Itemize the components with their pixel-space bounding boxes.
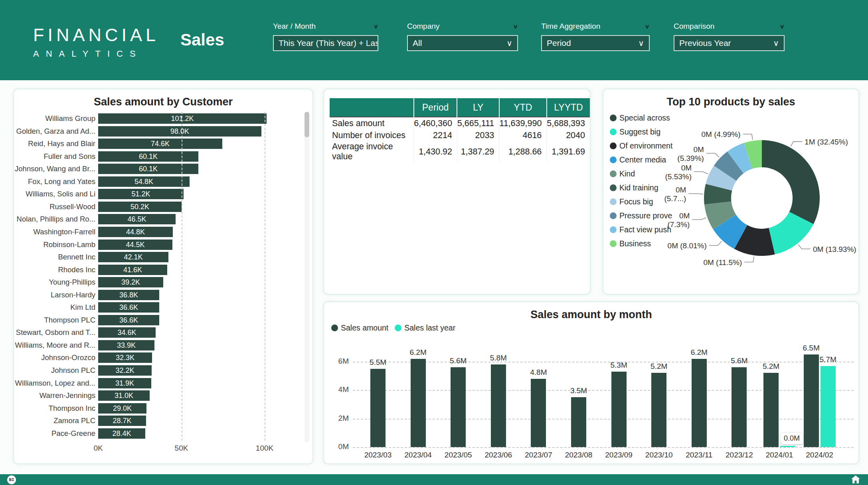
- kpi-value: 4616: [499, 129, 547, 142]
- x-axis-tick-label: 50K: [166, 444, 198, 453]
- customer-bar[interactable]: 34.6K: [98, 327, 156, 338]
- customer-bar[interactable]: 60.1K: [98, 151, 198, 162]
- kpi-table-row: Number of invoices2214203346162040: [330, 129, 590, 142]
- year-month-dropdown[interactable]: This Year (This Year) + Las... ∨: [273, 35, 378, 51]
- filter-year-month: Year / Month ∨ This Year (This Year) + L…: [273, 22, 378, 51]
- comparison-dropdown[interactable]: Previous Year ∨: [674, 35, 785, 51]
- customer-bar[interactable]: 51.2K: [98, 189, 184, 199]
- kpi-column-header: LY: [457, 98, 499, 117]
- customer-bar-value: 28.4K: [98, 428, 145, 439]
- x-axis-month-label: 2024/02: [800, 451, 840, 459]
- customer-bar[interactable]: 31.9K: [98, 378, 151, 388]
- customer-bar[interactable]: 98.0K: [98, 126, 261, 137]
- customer-label: Larson-Hardy: [14, 289, 95, 301]
- customer-row: Fuller and Sons60.1K: [14, 150, 312, 163]
- kpi-column-header: [330, 98, 414, 117]
- customer-bar-value: 36.6K: [98, 302, 159, 313]
- customer-label: Johnson PLC: [14, 364, 95, 376]
- chevron-down-icon[interactable]: ∨: [513, 23, 518, 30]
- month-bar-sales-amount[interactable]: [491, 364, 506, 447]
- time-aggregation-dropdown[interactable]: Period ∨: [541, 35, 650, 51]
- customer-bar[interactable]: 36.6K: [98, 302, 159, 313]
- customer-bar[interactable]: 28.7K: [98, 416, 146, 426]
- month-bar-sales-amount[interactable]: [611, 372, 627, 447]
- filter-company: Company ∨ All ∨: [407, 22, 518, 51]
- chevron-down-icon[interactable]: ∨: [645, 23, 650, 30]
- customer-bar-value: 50.2K: [98, 202, 182, 212]
- donut-slice-special-across[interactable]: [762, 140, 820, 224]
- month-bar-sales-amount[interactable]: [370, 369, 386, 447]
- month-bar-sales-amount[interactable]: [692, 359, 707, 447]
- kpi-value: 6,460,360: [414, 117, 457, 129]
- customer-row: Rhodes Inc41.6K: [14, 264, 312, 277]
- customer-label: Zamora PLC: [14, 415, 95, 427]
- customer-bar-value: 31.9K: [98, 378, 151, 388]
- month-bar-sales-amount[interactable]: [531, 379, 546, 447]
- chevron-down-icon[interactable]: ∨: [374, 23, 378, 30]
- kpi-table-card: PeriodLYYTDLYYTD Sales amount6,460,3605,…: [323, 89, 591, 295]
- customer-bar[interactable]: 32.3K: [98, 352, 152, 363]
- month-bar-sales-last-year[interactable]: [821, 366, 836, 447]
- month-bar-value-label: 5.6M: [440, 356, 476, 365]
- month-bar-value-label: 6.5M: [793, 344, 829, 352]
- x-axis-month-label: 2023/12: [719, 451, 759, 459]
- chevron-down-icon[interactable]: ∨: [780, 23, 785, 30]
- month-bar-sales-amount[interactable]: [411, 359, 426, 447]
- kpi-row-label: Sales amount: [330, 117, 414, 129]
- customer-bar[interactable]: 29.0K: [98, 403, 146, 414]
- customer-bar[interactable]: 28.4K: [98, 428, 145, 439]
- scrollbar-track[interactable]: [304, 112, 309, 442]
- donut-slice-label: 0M(5.7...): [664, 186, 686, 203]
- customer-bar[interactable]: 33.9K: [98, 340, 154, 350]
- customer-bar[interactable]: 101.2K: [98, 113, 267, 124]
- donut-label-leader-line: [743, 134, 753, 140]
- customer-label: Williams, Solis and Li: [14, 188, 95, 200]
- power-bi-badge[interactable]: BI: [7, 475, 16, 484]
- month-bar-sales-amount[interactable]: [763, 373, 779, 447]
- x-axis-tick-label: 100K: [249, 444, 281, 453]
- customer-bar[interactable]: 46.5K: [98, 214, 176, 224]
- customer-bar[interactable]: 54.8K: [98, 176, 190, 187]
- sales-by-customer-card: Sales amount by Customer Williams Group1…: [13, 89, 313, 464]
- x-axis-month-label: 2023/11: [679, 451, 719, 459]
- customer-row: Warren-Jennings31.0K: [14, 390, 312, 402]
- x-axis-month-label: 2023/09: [599, 451, 639, 459]
- customer-row: Williams Group101.2K: [14, 113, 312, 125]
- month-bar-value-label: 3.5M: [561, 386, 597, 395]
- customer-bar[interactable]: 31.0K: [98, 390, 150, 401]
- customer-bar[interactable]: 32.2K: [98, 365, 152, 376]
- customer-bar[interactable]: 36.8K: [98, 290, 159, 300]
- month-bar-sales-amount[interactable]: [732, 367, 747, 447]
- scrollbar-thumb[interactable]: [304, 112, 309, 137]
- month-bar-sales-amount[interactable]: [571, 397, 586, 447]
- customer-bar[interactable]: 50.2K: [98, 202, 182, 212]
- customer-label: Rhodes Inc: [14, 264, 95, 276]
- customer-bar[interactable]: 60.1K: [98, 164, 198, 174]
- month-bar-sales-amount[interactable]: [451, 367, 466, 447]
- company-dropdown[interactable]: All ∨: [407, 35, 518, 51]
- customer-bar[interactable]: 42.1K: [98, 252, 168, 262]
- month-bar-sales-amount[interactable]: [651, 373, 666, 447]
- month-bar-sales-amount[interactable]: [804, 354, 819, 447]
- home-icon[interactable]: [851, 475, 860, 485]
- kpi-value: 1,430.92: [414, 142, 457, 162]
- sales-by-customer-plot: Williams Group101.2KGolden, Garza and Ad…: [14, 112, 312, 465]
- month-bar-value-label: 5.7M: [810, 355, 846, 364]
- customer-bar[interactable]: 41.6K: [98, 265, 167, 275]
- customer-bar-value: 32.3K: [98, 352, 152, 363]
- customer-bar[interactable]: 44.5K: [98, 240, 172, 250]
- customer-label: Kim Ltd: [14, 301, 95, 313]
- customer-row: Thompson Inc29.0K: [14, 402, 312, 415]
- customer-bar[interactable]: 39.2K: [98, 277, 163, 287]
- y-gridline: [353, 447, 854, 448]
- customer-bar[interactable]: 44.8K: [98, 227, 173, 237]
- customer-bar[interactable]: 36.6K: [98, 315, 159, 325]
- powerbi-sales-dashboard: { "header": { "logo_line1": "FINANCIAL",…: [0, 0, 868, 485]
- customer-bar[interactable]: 74.6K: [98, 139, 222, 149]
- sales-by-month-plot: 0M2M4M6M5.5M2023/036.2M2023/045.6M2023/0…: [324, 302, 858, 463]
- month-bar-value-label: 5.2M: [641, 362, 677, 371]
- customer-row: Golden, Garza and Ad...98.0K: [14, 125, 312, 138]
- month-bar-sales-last-year[interactable]: [780, 446, 795, 447]
- month-bar-value-label: 6.2M: [681, 348, 717, 357]
- sales-by-customer-title: Sales amount by Customer: [14, 89, 312, 108]
